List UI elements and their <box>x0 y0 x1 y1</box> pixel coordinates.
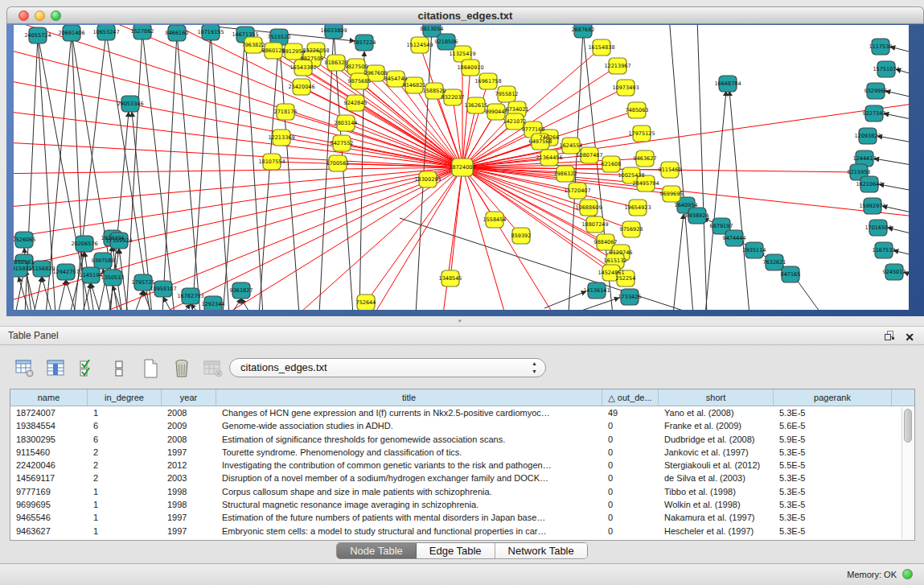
table-row[interactable]: 1938455462009Genome-wide association stu… <box>10 419 914 432</box>
table-tabs-row: Node TableEdge TableNetwork Table <box>0 542 924 559</box>
cell: 5.3E-5 <box>774 446 892 459</box>
close-window-icon[interactable] <box>18 10 29 21</box>
column-header-name[interactable]: name <box>10 389 88 406</box>
float-panel-icon[interactable] <box>885 330 895 344</box>
cell: 0 <box>602 446 659 459</box>
close-panel-icon[interactable]: ✕ <box>905 332 914 343</box>
svg-text:850561: 850561 <box>14 259 35 266</box>
cell: 2 <box>88 446 162 459</box>
cell: 22420046 <box>10 459 88 472</box>
table-row[interactable]: 1872400712008Changes of HCN gene express… <box>10 406 914 419</box>
svg-text:11156829: 11156829 <box>28 266 55 272</box>
cell: 9777169 <box>10 485 88 498</box>
svg-text:28495794: 28495794 <box>632 180 659 187</box>
svg-text:10958107: 10958107 <box>150 286 176 292</box>
delete-table-disabled-icon <box>203 358 224 379</box>
table-row[interactable]: 911546021997Tourette syndrome. Phenomeno… <box>10 446 914 459</box>
svg-text:15992971: 15992971 <box>859 203 885 209</box>
svg-text:6879197: 6879197 <box>710 223 733 229</box>
svg-text:7857224: 7857224 <box>353 39 376 46</box>
minimize-window-icon[interactable] <box>35 10 45 21</box>
cell: Estimation of significance thresholds fo… <box>216 433 602 446</box>
svg-text:23226058: 23226058 <box>302 47 329 54</box>
cell: 1 <box>88 525 162 538</box>
memory-ok-icon[interactable] <box>902 569 913 579</box>
network-view-window: citations_edges.txt 18724007240557242069… <box>6 6 924 316</box>
svg-text:859392: 859392 <box>511 233 532 239</box>
svg-text:9115460: 9115460 <box>659 167 682 173</box>
svg-text:15720407: 15720407 <box>564 187 590 194</box>
svg-text:9875685: 9875685 <box>348 78 372 84</box>
column-header-indegree[interactable]: in_degree <box>88 389 162 406</box>
cell: Estimation of the future numbers of pati… <box>216 511 602 524</box>
svg-text:1117530: 1117530 <box>869 43 893 50</box>
svg-text:9242845: 9242845 <box>344 100 368 106</box>
svg-text:2718176: 2718176 <box>274 109 298 115</box>
svg-text:18300295: 18300295 <box>414 176 441 183</box>
window-titlebar[interactable]: citations_edges.txt <box>6 6 924 24</box>
network-graph-canvas[interactable]: 1872400724055724206914061065324715278628… <box>14 25 909 310</box>
svg-text:9329966: 9329966 <box>864 88 888 94</box>
svg-text:9227343: 9227343 <box>863 110 886 117</box>
split-pane-handle[interactable]: ▾ <box>458 319 465 323</box>
show-column-icon[interactable] <box>46 358 67 379</box>
tab-network-table[interactable]: Network Table <box>495 543 587 558</box>
svg-text:16782753: 16782753 <box>177 293 203 299</box>
table-row[interactable]: 946554611997Estimation of the future num… <box>10 511 914 524</box>
new-table-icon[interactable] <box>140 358 161 379</box>
table-row[interactable]: 2242004622012Investigating the contribut… <box>10 459 914 472</box>
svg-text:1145194: 1145194 <box>80 272 103 278</box>
zoom-window-icon[interactable] <box>51 10 61 21</box>
svg-text:16648784: 16648784 <box>714 80 741 87</box>
table-row[interactable]: 969969511998Structural magnetic resonanc… <box>10 498 914 511</box>
svg-text:8427552: 8427552 <box>331 140 354 146</box>
svg-text:621608: 621608 <box>602 161 622 167</box>
row-height-icon[interactable] <box>109 358 129 379</box>
svg-text:16033809: 16033809 <box>320 27 347 34</box>
cell: 2012 <box>162 459 216 472</box>
column-header-pagerank[interactable]: pagerank <box>774 389 892 406</box>
svg-text:18107554: 18107554 <box>258 159 285 165</box>
table-toolbar: f(x) citations_edges.txt ▲▼ <box>0 345 924 389</box>
select-columns-icon[interactable] <box>77 358 98 379</box>
svg-text:1244413: 1244413 <box>853 155 877 162</box>
table-selector-dropdown[interactable]: citations_edges.txt ▲▼ <box>229 358 546 377</box>
cell: 2009 <box>162 419 216 432</box>
svg-text:23420046: 23420046 <box>288 84 314 90</box>
column-header-short[interactable]: short <box>659 389 774 406</box>
cell: Disruption of a novel member of a sodium… <box>216 472 602 484</box>
tab-node-table[interactable]: Node Table <box>337 543 417 558</box>
svg-text:1700561: 1700561 <box>326 160 350 167</box>
cell: Franke et al. (2009) <box>659 419 774 432</box>
svg-text:6497568: 6497568 <box>529 138 552 145</box>
cell: 0 <box>602 433 659 446</box>
column-header-outde[interactable]: △ out_de... <box>602 389 659 406</box>
svg-text:7485063: 7485063 <box>626 107 649 113</box>
cell: Yano et al. (2008) <box>659 406 774 419</box>
svg-text:2687682: 2687682 <box>572 27 595 33</box>
cell: 19384554 <box>10 419 88 432</box>
delete-column-icon[interactable] <box>171 358 192 379</box>
svg-text:2526065: 2526065 <box>14 237 35 243</box>
cell: 14569117 <box>10 472 88 484</box>
table-row[interactable]: 1830029562008Estimation of significance … <box>10 433 914 446</box>
svg-text:9777169: 9777169 <box>522 126 545 133</box>
cell: 9699695 <box>10 498 88 511</box>
svg-text:9990445: 9990445 <box>485 109 508 115</box>
svg-text:9884067: 9884067 <box>594 239 618 245</box>
cell: 5.9E-5 <box>774 433 892 446</box>
table-row[interactable]: 946362711997Embryonic stem cells: a mode… <box>10 525 914 538</box>
table-settings-icon[interactable] <box>14 358 35 379</box>
table-vertical-scrollbar[interactable] <box>901 407 914 539</box>
cell: 5.3E-5 <box>774 472 892 484</box>
tab-edge-table[interactable]: Edge Table <box>417 543 495 558</box>
table-row[interactable]: 1456911722003Disruption of a novel membe… <box>10 472 914 484</box>
cell: Tourette syndrome. Phenomenology and cla… <box>216 446 602 459</box>
table-row[interactable]: 977716911998Corpus callosum shape and si… <box>10 485 914 498</box>
scrollbar-thumb[interactable] <box>904 409 912 443</box>
svg-text:1167533: 1167533 <box>873 247 896 253</box>
cell: Nakamura et al. (1997) <box>659 511 774 524</box>
svg-text:12093822: 12093822 <box>854 133 881 139</box>
column-header-year[interactable]: year <box>162 389 216 406</box>
column-header-title[interactable]: title <box>216 389 602 406</box>
